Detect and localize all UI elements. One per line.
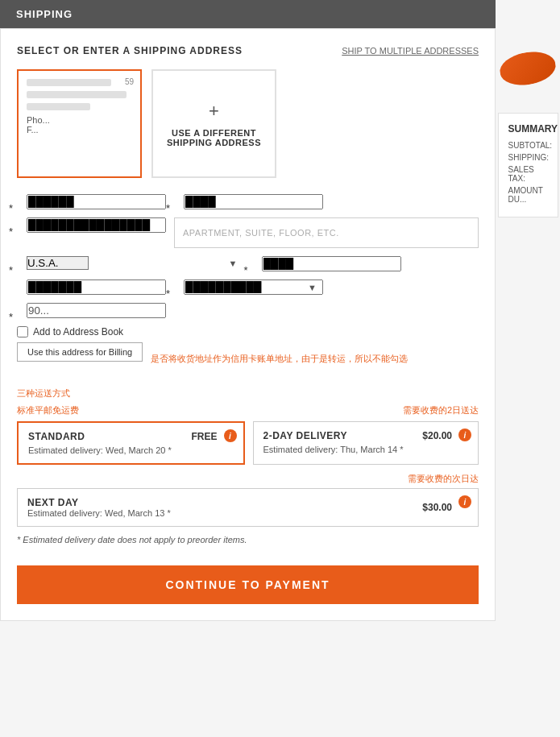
phone-field-wrapper: * ▼ [174, 279, 323, 295]
shipping-body: SELECT OR ENTER A SHIPPING ADDRESS SHIP … [0, 28, 496, 621]
summary-row-shipping: SHIPPING: [508, 153, 548, 162]
last-name-input[interactable] [184, 194, 323, 209]
standard-option-delivery: Estimated delivery: Wed, March 20 * [28, 445, 234, 455]
add-address-label: USE A DIFFERENT SHIPPING ADDRESS [153, 128, 275, 147]
address-section-title: SELECT OR ENTER A SHIPPING ADDRESS [17, 45, 243, 56]
card-phone-label: Pho... [27, 115, 132, 125]
nextday-option-delivery: Estimated delivery: Wed, March 13 * [27, 508, 171, 518]
billing-annotation-cn: 是否将收货地址作为信用卡账单地址，由于是转运，所以不能勾选 [151, 353, 408, 365]
form-row-name: * * [17, 194, 479, 209]
country-select[interactable]: U.S.A. Canada [27, 256, 89, 270]
add-to-book-checkbox[interactable] [17, 326, 28, 337]
add-address-card[interactable]: + USE A DIFFERENT SHIPPING ADDRESS [151, 69, 276, 178]
card-fax-label: F... [27, 125, 132, 135]
phone-input[interactable] [184, 279, 323, 295]
country-select-wrapper: U.S.A. Canada ▼ [27, 256, 244, 270]
shipping-types-annotation-row: 三种运送方式 [17, 387, 479, 400]
disclaimer: * Estimated delivery date does not apply… [17, 535, 479, 544]
form-row-country-state: * U.S.A. Canada ▼ * [17, 256, 479, 271]
add-to-book-label: Add to Address Book [33, 326, 123, 337]
card-badge: 59 [125, 77, 134, 86]
plus-icon: + [209, 101, 219, 122]
zip-required: * [9, 311, 13, 323]
last-name-field-wrapper: * [174, 194, 323, 209]
shipping-title: SHIPPING [16, 8, 73, 20]
shipping-option-twoday[interactable]: i 2-DAY DELIVERY $20.00 Estimated delive… [253, 421, 479, 465]
summary-row-amount: AMOUNT DU... [508, 186, 548, 204]
state-field-wrapper: * [252, 256, 479, 271]
address-input[interactable] [27, 217, 166, 233]
country-required: * [9, 264, 13, 276]
subtotal-label: SUBTOTAL: [508, 141, 553, 150]
standard-option-top: STANDARD FREE [28, 431, 234, 442]
first-name-field-wrapper: * [17, 194, 166, 209]
summary-box: SUMMARY SUBTOTAL: SHIPPING: SALES TAX: A… [498, 113, 558, 217]
shipping-option-nextday[interactable]: i NEXT DAY Estimated delivery: Wed, Marc… [17, 488, 479, 527]
country-dropdown-arrow: ▼ [229, 259, 238, 268]
shipping-option-standard[interactable]: i STANDARD FREE Estimated delivery: Wed,… [17, 421, 245, 465]
two-day-cn-annotation: 需要收费的2日送达 [403, 404, 479, 416]
twoday-option-name: 2-DAY DELIVERY [263, 430, 348, 441]
sidebar: SUMMARY SUBTOTAL: SHIPPING: SALES TAX: A… [496, 0, 560, 737]
next-day-cn-annotation: 需要收费的次日达 [408, 473, 479, 485]
phone-select-wrapper: ▼ [184, 279, 323, 295]
standard-option-name: STANDARD [28, 431, 85, 442]
summary-row-tax: SALES TAX: [508, 165, 548, 183]
address-field-wrapper: * [17, 217, 166, 248]
shipping-types-cn: 三种运送方式 [17, 387, 70, 400]
billing-row: Use this address for Billing 是否将收货地址作为信用… [17, 342, 479, 375]
twoday-option-delivery: Estimated delivery: Thu, March 14 * [263, 445, 469, 454]
form-row-zip: * [17, 303, 479, 318]
next-day-annotation-row: 需要收费的次日达 [17, 473, 479, 485]
zip-input[interactable] [27, 303, 166, 318]
state-input[interactable] [262, 256, 401, 271]
product-image [496, 43, 559, 93]
add-to-book-row: Add to Address Book [17, 326, 479, 337]
address-cards-container: 59 Pho... F... + USE A DIFFERENT SHIPPIN… [17, 69, 479, 178]
ship-multiple-link[interactable]: SHIP TO MULTIPLE ADDRESSES [342, 46, 479, 56]
city-field-wrapper [17, 279, 166, 295]
form-row-city-phone: * ▼ [17, 279, 479, 295]
standard-cn-annotation: 标准平邮免运费 [17, 404, 79, 416]
twoday-option-top: 2-DAY DELIVERY $20.00 [263, 430, 469, 441]
phone-required: * [166, 288, 170, 300]
blurred-line-2 [27, 91, 127, 98]
zip-field-wrapper: * [17, 303, 166, 318]
blurred-line-3 [27, 103, 90, 110]
section-title-row: SELECT OR ENTER A SHIPPING ADDRESS SHIP … [17, 45, 479, 56]
blurred-line-1 [27, 79, 111, 86]
nextday-option-left: NEXT DAY Estimated delivery: Wed, March … [27, 497, 171, 518]
twoday-info-icon[interactable]: i [458, 429, 471, 441]
summary-row-subtotal: SUBTOTAL: [508, 141, 548, 150]
shipping-label: SHIPPING: [508, 153, 550, 162]
page-wrapper: SHIPPING SELECT OR ENTER A SHIPPING ADDR… [0, 0, 560, 737]
standard-option-price: FREE [191, 431, 217, 442]
address-required: * [9, 226, 13, 238]
nextday-option-name: NEXT DAY [27, 497, 171, 508]
tax-label: SALES TAX: [508, 165, 548, 183]
apt-field [174, 217, 479, 248]
first-name-input[interactable] [27, 194, 166, 209]
shipping-options-row-1: i STANDARD FREE Estimated delivery: Wed,… [17, 421, 479, 465]
continue-to-payment-button[interactable]: CONTINUE TO PAYMENT [17, 565, 479, 604]
amount-label: AMOUNT DU... [508, 186, 548, 204]
shipping-header: SHIPPING [0, 0, 496, 28]
nextday-option-price: $30.00 [422, 502, 452, 513]
country-field-wrapper: * U.S.A. Canada ▼ [17, 256, 244, 271]
inline-annotations: 标准平邮免运费 需要收费的2日送达 [17, 404, 479, 416]
summary-title: SUMMARY [508, 123, 548, 135]
state-required: * [244, 264, 248, 276]
standard-info-icon[interactable]: i [224, 429, 237, 442]
city-input[interactable] [27, 279, 166, 295]
main-content: SHIPPING SELECT OR ENTER A SHIPPING ADDR… [0, 0, 496, 737]
apt-input[interactable] [174, 217, 479, 248]
use-billing-button[interactable]: Use this address for Billing [17, 342, 143, 362]
last-name-required: * [166, 202, 170, 214]
twoday-option-price: $20.00 [422, 430, 452, 441]
address-card-existing[interactable]: 59 Pho... F... [17, 69, 142, 178]
nextday-info-icon[interactable]: i [458, 495, 471, 508]
first-name-required: * [9, 202, 13, 214]
form-row-address: * [17, 217, 479, 248]
